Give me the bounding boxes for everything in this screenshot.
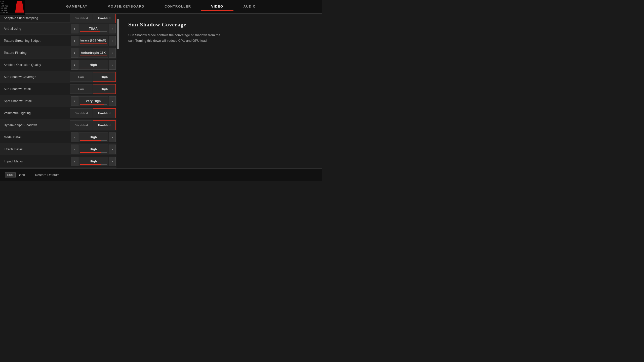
spot-shadow-detail-value: Very High: [86, 99, 101, 103]
list-item: Sun Shadow Detail Low High: [0, 83, 119, 95]
texture-filtering-value-display: Anisotropic 16X: [78, 48, 108, 58]
scrollbar-track[interactable]: [116, 14, 119, 168]
scrollbar-thumb[interactable]: [117, 19, 119, 49]
dynamic-spot-shadows-enabled[interactable]: Enabled: [93, 120, 116, 130]
restore-defaults-action[interactable]: Restore Defaults: [35, 173, 59, 177]
setting-label-volumetric-lighting: Volumetric Lighting: [4, 111, 70, 115]
anti-aliasing-bar: [80, 31, 107, 32]
setting-label-model-detail: Model Detail: [4, 135, 71, 139]
esc-key-badge: ESC: [5, 172, 16, 177]
ambient-occlusion-bar: [80, 68, 107, 68]
texture-streaming-value: Insane (8GB VRAM): [80, 39, 106, 42]
adaptive-supersampling-disabled[interactable]: Disabled: [70, 14, 93, 23]
setting-label-anti-aliasing: Anti-aliasing: [4, 27, 71, 30]
texture-filtering-bar: [80, 56, 107, 56]
setting-label-texture-filtering: Texture Filtering: [4, 51, 71, 55]
info-description: Sun Shadow Mode controls the converage o…: [128, 32, 224, 43]
setting-label-sun-shadow-coverage: Sun Shadow Coverage: [4, 75, 70, 79]
texture-filtering-prev[interactable]: ‹: [71, 48, 78, 58]
sun-shadow-coverage-control: Low High: [70, 72, 116, 82]
list-item: Adaptive Supersampling Disabled Enabled: [0, 14, 119, 23]
sun-shadow-detail-low[interactable]: Low: [70, 84, 93, 94]
info-panel: Sun Shadow Coverage Sun Shadow Mode cont…: [119, 14, 322, 168]
ambient-occlusion-prev[interactable]: ‹: [71, 60, 78, 70]
spot-shadow-detail-control: ‹ Very High ›: [71, 96, 116, 106]
effects-detail-bar-fill: [80, 152, 101, 153]
tab-controller[interactable]: CONTROLLER: [154, 3, 201, 11]
spot-shadow-detail-bar: [80, 104, 107, 105]
model-detail-next[interactable]: ›: [109, 132, 116, 142]
texture-filtering-control: ‹ Anisotropic 16X ›: [71, 48, 116, 58]
texture-streaming-bar: [80, 43, 107, 44]
list-item: Model Detail ‹ High ›: [0, 131, 119, 143]
texture-streaming-prev[interactable]: ‹: [71, 36, 78, 46]
volumetric-lighting-disabled[interactable]: Disabled: [70, 108, 93, 118]
texture-filtering-value: Anisotropic 16X: [81, 51, 106, 55]
nav-bar: GAMEPLAY MOUSE/KEYBOARD CONTROLLER VIDEO…: [0, 0, 322, 14]
impact-marks-control: ‹ High ›: [71, 157, 116, 166]
spot-shadow-detail-bar-fill: [80, 104, 104, 105]
tab-mouse-keyboard[interactable]: MOUSE/KEYBOARD: [98, 3, 155, 11]
model-detail-value: High: [90, 135, 97, 139]
tab-video[interactable]: VIDEO: [201, 3, 233, 11]
sun-shadow-detail-control: Low High: [70, 84, 116, 94]
anti-aliasing-value: TSAA: [89, 27, 98, 30]
sun-shadow-coverage-low[interactable]: Low: [70, 72, 93, 82]
anti-aliasing-prev[interactable]: ‹: [71, 24, 78, 33]
texture-streaming-value-display: Insane (8GB VRAM): [78, 36, 108, 46]
impact-marks-bar-fill: [80, 164, 101, 165]
settings-panel: Adaptive Supersampling Disabled Enabled …: [0, 14, 119, 168]
ambient-occlusion-value-display: High: [78, 60, 108, 70]
content-wrapper: Adaptive Supersampling Disabled Enabled …: [0, 14, 322, 168]
anti-aliasing-control: ‹ TSAA ›: [71, 24, 116, 33]
bottom-bar: ESC Back Restore Defaults: [0, 168, 322, 181]
list-item: Texture Streaming Budget ‹ Insane (8GB V…: [0, 35, 119, 47]
impact-marks-prev[interactable]: ‹: [71, 157, 78, 166]
spot-shadow-detail-prev[interactable]: ‹: [71, 96, 78, 106]
impact-marks-value: High: [90, 160, 97, 163]
list-item: Anti-aliasing ‹ TSAA ›: [0, 23, 119, 35]
effects-detail-control: ‹ High ›: [71, 145, 116, 154]
list-item: Spot Shadow Detail ‹ Very High ›: [0, 95, 119, 107]
spot-shadow-detail-next[interactable]: ›: [109, 96, 116, 106]
volumetric-lighting-enabled[interactable]: Enabled: [93, 108, 116, 118]
setting-label-dynamic-spot-shadows: Dynamic Spot Shadows: [4, 123, 70, 127]
model-detail-prev[interactable]: ‹: [71, 132, 78, 142]
impact-marks-next[interactable]: ›: [109, 157, 116, 166]
texture-filtering-next[interactable]: ›: [109, 48, 116, 58]
setting-label-spot-shadow-detail: Spot Shadow Detail: [4, 99, 71, 103]
anti-aliasing-next[interactable]: ›: [109, 24, 116, 33]
adaptive-supersampling-control: Disabled Enabled: [70, 14, 116, 23]
tab-audio[interactable]: AUDIO: [233, 3, 266, 11]
model-detail-value-display: High: [78, 132, 108, 142]
ambient-occlusion-value: High: [90, 63, 97, 67]
effects-detail-next[interactable]: ›: [109, 145, 116, 154]
tab-gameplay[interactable]: GAMEPLAY: [56, 3, 97, 11]
anti-aliasing-bar-fill: [80, 31, 100, 32]
texture-filtering-bar-fill: [80, 56, 107, 56]
ambient-occlusion-next[interactable]: ›: [109, 60, 116, 70]
setting-label-adaptive-supersampling: Adaptive Supersampling: [4, 16, 70, 20]
back-action[interactable]: ESC Back: [5, 172, 25, 177]
model-detail-bar-fill: [80, 140, 101, 141]
dynamic-spot-shadows-disabled[interactable]: Disabled: [70, 120, 93, 130]
back-label: Back: [18, 173, 25, 177]
impact-marks-bar: [80, 164, 107, 165]
effects-detail-value: High: [90, 148, 97, 151]
anti-aliasing-value-display: TSAA: [78, 24, 108, 33]
model-detail-bar: [80, 140, 107, 141]
spot-shadow-detail-value-display: Very High: [78, 96, 108, 106]
effects-detail-prev[interactable]: ‹: [71, 145, 78, 154]
info-title: Sun Shadow Coverage: [128, 21, 313, 28]
list-item: Dynamic Spot Shadows Disabled Enabled: [0, 119, 119, 131]
setting-label-effects-detail: Effects Detail: [4, 148, 71, 151]
sun-shadow-detail-high[interactable]: High: [93, 84, 116, 94]
sun-shadow-coverage-high[interactable]: High: [93, 72, 116, 82]
list-item: Impact Marks ‹ High ›: [0, 155, 119, 167]
adaptive-supersampling-enabled[interactable]: Enabled: [93, 14, 116, 23]
restore-defaults-label: Restore Defaults: [35, 173, 59, 177]
texture-streaming-next[interactable]: ›: [109, 36, 116, 46]
ambient-occlusion-bar-fill: [80, 68, 101, 68]
effects-detail-value-display: High: [78, 145, 108, 154]
list-item: Sun Shadow Coverage Low High: [0, 71, 119, 83]
